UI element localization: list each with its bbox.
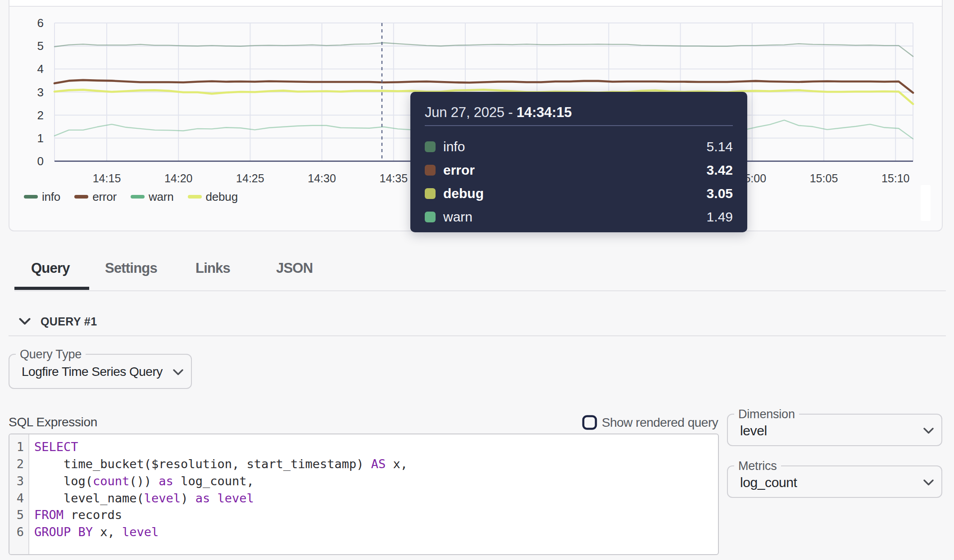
editor-line-numbers: 123456 [9, 434, 29, 554]
sql-expression-label: SQL Expression [9, 415, 97, 429]
legend-swatch-debug [188, 195, 202, 199]
checkbox-label: Show rendered query [602, 415, 718, 430]
legend-item-debug[interactable]: debug [188, 190, 238, 204]
checkbox-icon[interactable] [582, 415, 597, 430]
tooltip-swatch-debug [425, 188, 436, 199]
tooltip-swatch-warn [425, 212, 436, 222]
code-line: log(count()) as log_count, [34, 473, 408, 490]
tooltip-series-name: info [443, 139, 465, 154]
x-axis-tick-label: 14:30 [308, 172, 336, 185]
dimension-label: Dimension [734, 408, 799, 420]
y-axis-tick-label: 0 [37, 154, 44, 168]
line-number: 4 [9, 490, 24, 507]
chevron-down-icon [923, 479, 934, 486]
tooltip-row-warn: warn1.49 [425, 205, 733, 229]
x-axis-tick-label: 14:25 [236, 172, 264, 185]
y-axis-tick-label: 5 [37, 39, 44, 53]
active-tab-indicator [14, 287, 89, 290]
tooltip-series-value: 1.49 [707, 209, 733, 225]
tooltip-swatch-error [425, 165, 436, 176]
legend-item-info[interactable]: info [24, 190, 60, 204]
x-axis-tick-label: 15:10 [881, 172, 910, 185]
tooltip-rows: info5.14error3.42debug3.05warn1.49 [425, 135, 733, 229]
chevron-down-icon[interactable] [19, 318, 31, 325]
tooltip-row-debug: debug3.05 [425, 182, 733, 205]
tooltip-series-value: 3.05 [707, 186, 733, 201]
tabs-divider [14, 290, 946, 291]
query-type-label: Query Type [16, 348, 86, 361]
legend-label: debug [206, 190, 238, 204]
tooltip-divider [425, 125, 733, 126]
code-line: time_bucket($resolution, start_timestamp… [34, 456, 408, 473]
tooltip-date: Jun 27, 2025 - [425, 104, 517, 120]
x-axis-tick-label: 14:20 [164, 172, 193, 185]
code-line: FROM records [34, 506, 408, 524]
chart-legend: infoerrorwarndebug [0, 191, 238, 203]
x-axis-tick-label: 14:35 [380, 172, 408, 185]
legend-swatch-warn [131, 195, 145, 199]
chevron-down-icon [173, 369, 183, 375]
code-line: GROUP BY x, level [34, 524, 408, 541]
legend-label: error [92, 190, 117, 204]
tab-query[interactable]: Query [31, 260, 70, 276]
tab-settings[interactable]: Settings [105, 260, 157, 276]
line-number: 2 [9, 456, 24, 473]
y-axis-tick-label: 4 [37, 62, 44, 76]
tooltip-series-name: warn [443, 209, 472, 225]
editor-code[interactable]: SELECT time_bucket($resolution, start_ti… [29, 434, 408, 554]
tab-bar: Query Settings Links JSON [0, 252, 954, 291]
series-line-info [55, 43, 913, 56]
sql-editor[interactable]: 123456 SELECT time_bucket($resolution, s… [9, 434, 719, 555]
legend-swatch-info [24, 195, 38, 199]
line-number: 3 [9, 473, 24, 490]
query-type-value[interactable]: Logfire Time Series Query [22, 365, 163, 379]
tooltip-row-info: info5.14 [425, 135, 733, 158]
section-divider [9, 335, 946, 336]
tooltip-time: 14:34:15 [517, 104, 572, 120]
dimension-value[interactable]: level [740, 423, 767, 438]
y-axis-tick-label: 6 [37, 16, 44, 30]
line-number: 1 [9, 438, 24, 456]
tooltip-series-name: error [443, 163, 475, 178]
tooltip-row-error: error3.42 [425, 158, 733, 182]
chevron-down-icon [923, 428, 934, 434]
legend-swatch-error [74, 195, 88, 199]
code-line: SELECT [34, 438, 408, 456]
code-line: level_name(level) as level [34, 490, 408, 507]
show-rendered-query-checkbox[interactable]: Show rendered query [582, 415, 718, 430]
scrollbar-thumb[interactable] [921, 185, 931, 221]
tab-links[interactable]: Links [195, 260, 230, 276]
legend-label: info [42, 190, 60, 204]
legend-label: warn [149, 190, 174, 204]
tooltip-series-name: debug [443, 186, 484, 201]
tooltip-series-value: 3.42 [707, 163, 733, 178]
y-axis-tick-label: 2 [37, 108, 44, 122]
metrics-value[interactable]: log_count [740, 475, 797, 490]
tab-json[interactable]: JSON [276, 260, 313, 276]
x-axis-tick-label: 15:05 [810, 172, 838, 185]
metrics-label: Metrics [734, 460, 781, 472]
legend-item-error[interactable]: error [74, 190, 117, 204]
tooltip-series-value: 5.14 [707, 139, 733, 154]
query-section-title: QUERY #1 [41, 315, 97, 328]
line-number: 5 [9, 506, 24, 524]
tooltip-header: Jun 27, 2025 - 14:34:15 [425, 105, 733, 120]
x-axis-tick-label: 14:15 [93, 172, 121, 185]
chart-tooltip: Jun 27, 2025 - 14:34:15 info5.14error3.4… [410, 92, 747, 232]
legend-item-warn[interactable]: warn [131, 190, 174, 204]
line-number: 6 [9, 524, 24, 541]
y-axis-tick-label: 1 [37, 131, 44, 145]
query-section-header[interactable]: QUERY #1 [0, 312, 97, 331]
tooltip-swatch-info [425, 141, 436, 152]
y-axis-tick-label: 3 [37, 86, 44, 99]
